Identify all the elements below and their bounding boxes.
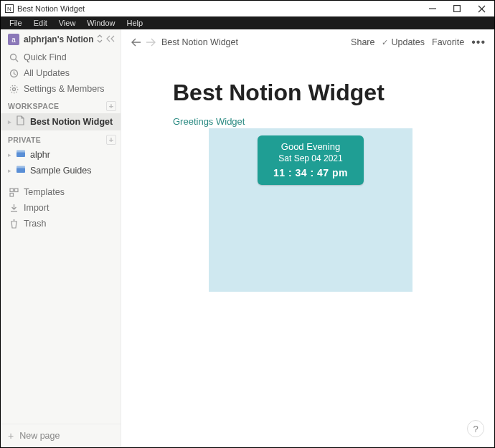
clock-icon: [8, 69, 19, 78]
sidebar: a alphrjan's Notion Quick Find: [1, 29, 121, 447]
page-body: Best Notion Widget Greetings Widget Good…: [121, 55, 494, 292]
svg-rect-13: [10, 189, 14, 192]
check-icon: ✓: [382, 38, 388, 47]
help-button[interactable]: ?: [467, 420, 484, 437]
window-minimize-button[interactable]: [425, 4, 440, 14]
svg-point-7: [12, 87, 15, 90]
page-label: Best Notion Widget: [30, 117, 113, 127]
menu-window[interactable]: Window: [81, 18, 121, 28]
add-page-button[interactable]: +: [106, 135, 116, 145]
svg-rect-12: [16, 166, 25, 168]
app-icon: N: [5, 4, 14, 13]
collapse-sidebar-button[interactable]: [106, 35, 115, 44]
svg-rect-14: [14, 189, 18, 192]
chevron-right-icon[interactable]: ▸: [8, 151, 15, 158]
svg-line-5: [15, 59, 18, 62]
sidebar-item-label: Import: [24, 203, 49, 213]
greetings-widget-link[interactable]: Greetings Widget: [173, 116, 446, 127]
sidebar-page-best-notion-widget[interactable]: ▸ Best Notion Widget: [1, 113, 121, 130]
sidebar-item-settings[interactable]: Settings & Members: [1, 81, 121, 97]
page-icon: [16, 150, 27, 160]
favorite-button[interactable]: Favorite: [432, 37, 464, 47]
clock-widget: Good Evening Sat Sep 04 2021 11 : 34 : 4…: [258, 135, 364, 185]
more-button[interactable]: •••: [471, 36, 486, 49]
page-icon: [16, 116, 27, 128]
search-icon: [8, 53, 19, 62]
section-label: PRIVATE: [8, 135, 41, 144]
svg-rect-10: [16, 151, 25, 153]
sidebar-item-quick-find[interactable]: Quick Find: [1, 49, 121, 65]
sidebar-page-alphr[interactable]: ▸ alphr: [1, 147, 121, 163]
page-topbar: Best Notion Widget Share ✓ Updates Favor…: [121, 29, 494, 55]
sidebar-item-templates[interactable]: Templates: [1, 184, 121, 200]
share-button[interactable]: Share: [351, 37, 374, 47]
window-title: Best Notion Widget: [17, 4, 425, 13]
svg-rect-11: [16, 168, 25, 173]
forward-button[interactable]: [144, 38, 157, 47]
sidebar-section-workspace[interactable]: WORKSPACE +: [1, 97, 121, 113]
chevron-right-icon[interactable]: ▸: [8, 118, 15, 125]
menu-file[interactable]: File: [4, 18, 28, 28]
chevron-right-icon[interactable]: ▸: [8, 167, 15, 174]
svg-rect-1: [454, 6, 461, 12]
updates-button[interactable]: ✓ Updates: [382, 37, 425, 47]
plus-icon: +: [8, 430, 14, 442]
widget-date: Sat Sep 04 2021: [262, 153, 359, 163]
page-label: alphr: [30, 150, 50, 160]
updates-label: Updates: [391, 37, 425, 47]
workspace-name: alphrjan's Notion: [24, 34, 94, 44]
menu-edit[interactable]: Edit: [28, 18, 53, 28]
back-button[interactable]: [130, 38, 143, 47]
sidebar-section-private[interactable]: PRIVATE +: [1, 130, 121, 147]
sidebar-item-label: Settings & Members: [24, 84, 105, 94]
widget-greeting: Good Evening: [262, 141, 359, 152]
chevron-updown-icon: [97, 35, 103, 44]
menu-view[interactable]: View: [53, 18, 82, 28]
svg-point-8: [10, 85, 17, 92]
sidebar-item-trash[interactable]: Trash: [1, 216, 121, 232]
add-page-button[interactable]: +: [106, 101, 116, 111]
gear-icon: [8, 85, 19, 94]
sidebar-item-label: Templates: [24, 187, 65, 197]
import-icon: [8, 204, 19, 213]
workspace-switcher[interactable]: a alphrjan's Notion: [1, 29, 121, 49]
window-close-button[interactable]: [474, 4, 489, 14]
templates-icon: [8, 188, 19, 197]
trash-icon: [8, 219, 19, 229]
menubar: File Edit View Window Help: [1, 16, 494, 29]
sidebar-item-label: Trash: [24, 219, 47, 229]
content-area: Best Notion Widget Share ✓ Updates Favor…: [121, 29, 494, 447]
sidebar-item-import[interactable]: Import: [1, 200, 121, 216]
widget-time: 11 : 34 : 47 pm: [262, 167, 359, 178]
section-label: WORKSPACE: [8, 102, 59, 110]
page-title[interactable]: Best Notion Widget: [173, 80, 446, 106]
sidebar-page-sample-guides[interactable]: ▸ Sample Guides: [1, 163, 121, 178]
window-maximize-button[interactable]: [450, 4, 464, 14]
new-page-button[interactable]: + New page: [1, 424, 121, 447]
svg-point-4: [10, 54, 16, 59]
menu-help[interactable]: Help: [121, 18, 148, 28]
sidebar-item-label: All Updates: [24, 68, 70, 78]
page-icon: [16, 166, 27, 176]
new-page-label: New page: [19, 431, 60, 441]
sidebar-item-all-updates[interactable]: All Updates: [1, 65, 121, 81]
page-label: Sample Guides: [30, 166, 91, 176]
sidebar-item-label: Quick Find: [24, 52, 67, 62]
breadcrumb[interactable]: Best Notion Widget: [161, 37, 238, 47]
workspace-avatar: a: [8, 34, 19, 45]
embed-block[interactable]: Good Evening Sat Sep 04 2021 11 : 34 : 4…: [209, 128, 412, 292]
svg-rect-9: [16, 152, 25, 157]
svg-rect-15: [10, 193, 14, 196]
titlebar: N Best Notion Widget: [1, 1, 494, 16]
